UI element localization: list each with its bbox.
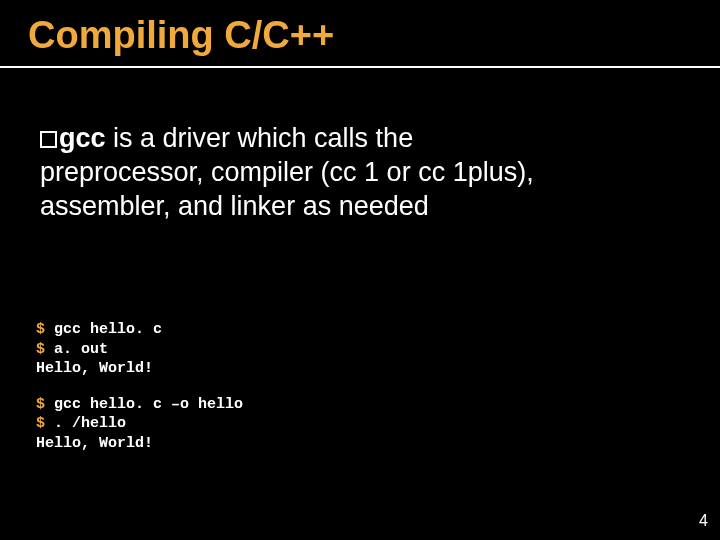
- term-line: $ gcc hello. c –o hello: [36, 395, 243, 415]
- term-line: $ a. out: [36, 340, 243, 360]
- body-line3: assembler, and linker as needed: [40, 191, 429, 221]
- term-cmd: a. out: [45, 341, 108, 358]
- title-underline: [0, 66, 720, 68]
- prompt-icon: $: [36, 341, 45, 358]
- terminal-group-2: $ gcc hello. c –o hello $ . /hello Hello…: [36, 395, 243, 454]
- term-output: Hello, World!: [36, 359, 243, 379]
- body-text: gcc is a driver which calls the preproce…: [40, 122, 670, 223]
- term-cmd: gcc hello. c –o hello: [45, 396, 243, 413]
- bullet-box-icon: [40, 131, 57, 148]
- term-cmd: . /hello: [45, 415, 126, 432]
- prompt-icon: $: [36, 321, 45, 338]
- prompt-icon: $: [36, 415, 45, 432]
- body-line1-rest: is a driver which calls the: [106, 123, 414, 153]
- terminal-group-1: $ gcc hello. c $ a. out Hello, World!: [36, 320, 243, 379]
- gcc-keyword: gcc: [59, 123, 106, 153]
- slide: Compiling C/C++ gcc is a driver which ca…: [0, 0, 720, 540]
- page-number: 4: [699, 512, 708, 530]
- term-line: $ gcc hello. c: [36, 320, 243, 340]
- prompt-icon: $: [36, 396, 45, 413]
- slide-title: Compiling C/C++: [28, 14, 334, 57]
- term-output: Hello, World!: [36, 434, 243, 454]
- terminal-block: $ gcc hello. c $ a. out Hello, World! $ …: [36, 320, 243, 453]
- body-line2: preprocessor, compiler (cc 1 or cc 1plus…: [40, 157, 534, 187]
- term-line: $ . /hello: [36, 414, 243, 434]
- term-cmd: gcc hello. c: [45, 321, 162, 338]
